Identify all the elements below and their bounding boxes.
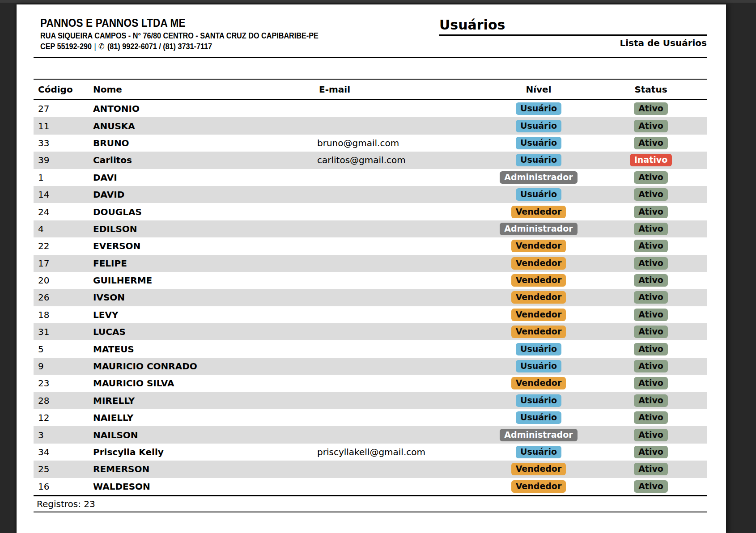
cell-nivel: Usuário xyxy=(482,411,595,424)
cell-codigo: 27 xyxy=(34,103,93,114)
viewer-top-edge xyxy=(0,0,756,3)
cell-codigo: 39 xyxy=(34,155,93,165)
header-codigo: Código xyxy=(34,84,93,95)
nivel-badge: Usuário xyxy=(516,411,561,424)
cell-nivel: Vendedor xyxy=(482,257,595,270)
status-badge: Ativo xyxy=(634,480,668,493)
cell-nivel: Vendedor xyxy=(482,377,595,389)
table-body: 27 ANTONIO Usuário Ativo 11 ANUSKA Usuár… xyxy=(34,100,707,496)
cell-nivel: Vendedor xyxy=(482,240,595,252)
title-rule xyxy=(439,34,707,36)
separator: | xyxy=(92,42,98,51)
nivel-badge: Vendedor xyxy=(511,240,566,252)
nivel-badge: Administrador xyxy=(500,171,577,184)
table-row: 9 MAURICIO CONRADO Usuário Ativo xyxy=(34,358,707,375)
table-row: 16 WALDESON Vendedor Ativo xyxy=(34,478,707,495)
table-row: 34 Priscylla Kelly priscyllakell@gmail.c… xyxy=(34,444,707,461)
cell-nivel: Usuário xyxy=(482,360,595,372)
nivel-badge: Vendedor xyxy=(511,309,566,321)
records-count: 23 xyxy=(84,499,95,509)
cell-status: Ativo xyxy=(595,343,707,355)
nivel-badge: Usuário xyxy=(516,154,561,166)
cell-email: carlitos@gmail.com xyxy=(317,155,482,165)
header-email: E-mail xyxy=(317,84,482,95)
cell-nome: EVERSON xyxy=(93,241,317,251)
cell-status: Ativo xyxy=(595,446,707,458)
users-table: Código Nome E-mail Nível Status 27 ANTON… xyxy=(34,79,707,512)
cell-nivel: Usuário xyxy=(482,343,595,355)
cell-nivel: Vendedor xyxy=(482,309,595,321)
company-name: PANNOS E PANNOS LTDA ME xyxy=(40,16,319,30)
status-badge: Ativo xyxy=(634,463,668,475)
cell-nivel: Vendedor xyxy=(482,480,595,493)
nivel-badge: Vendedor xyxy=(511,206,566,218)
cell-codigo: 11 xyxy=(34,121,93,131)
table-row: 17 FELIPE Vendedor Ativo xyxy=(34,255,707,272)
cell-codigo: 12 xyxy=(34,412,93,423)
cell-status: Ativo xyxy=(595,429,707,441)
table-row: 1 DAVI Administrador Ativo xyxy=(34,169,707,186)
table-row: 25 REMERSON Vendedor Ativo xyxy=(34,461,707,478)
status-badge: Ativo xyxy=(634,309,668,321)
cell-codigo: 3 xyxy=(34,430,93,440)
cell-nivel: Usuário xyxy=(482,102,595,115)
cell-status: Ativo xyxy=(595,309,707,321)
nivel-badge: Vendedor xyxy=(511,326,566,338)
cell-nome: LUCAS xyxy=(93,326,317,337)
status-badge: Ativo xyxy=(634,223,668,235)
cell-status: Ativo xyxy=(595,137,707,149)
cell-codigo: 33 xyxy=(34,138,93,148)
cell-nome: Carlitos xyxy=(93,155,317,165)
header-divider xyxy=(34,57,707,58)
nivel-badge: Vendedor xyxy=(511,257,566,270)
cell-codigo: 14 xyxy=(34,189,93,200)
table-row: 39 Carlitos carlitos@gmail.com Usuário I… xyxy=(34,152,707,169)
status-badge: Inativo xyxy=(630,154,672,166)
status-badge: Ativo xyxy=(634,326,668,338)
report-subtitle: Lista de Usuários xyxy=(439,37,707,49)
cell-nome: NAIELLY xyxy=(93,412,317,423)
cell-nivel: Vendedor xyxy=(482,291,595,304)
cell-nivel: Administrador xyxy=(482,171,595,184)
report-header: Usuários Lista de Usuários xyxy=(439,17,707,49)
table-row: 4 EDILSON Administrador Ativo xyxy=(34,220,707,237)
cell-codigo: 26 xyxy=(34,292,93,303)
company-cep: CEP 55192-290 xyxy=(40,42,92,51)
nivel-badge: Usuário xyxy=(516,360,561,372)
header-status: Status xyxy=(595,84,707,95)
phone-icon: ✆ xyxy=(98,42,105,51)
nivel-badge: Vendedor xyxy=(511,291,566,304)
cell-codigo: 17 xyxy=(34,258,93,269)
report-page: PANNOS E PANNOS LTDA ME RUA SIQUEIRA CAM… xyxy=(17,4,726,533)
table-row: 5 MATEUS Usuário Ativo xyxy=(34,340,707,357)
cell-nome: DAVID xyxy=(93,189,317,200)
nivel-badge: Administrador xyxy=(500,429,577,441)
cell-nivel: Usuário xyxy=(482,394,595,407)
cell-nome: ANTONIO xyxy=(93,103,317,114)
cell-nome: BRUNO xyxy=(93,138,317,148)
nivel-badge: Vendedor xyxy=(511,377,566,389)
table-row: 26 IVSON Vendedor Ativo xyxy=(34,289,707,306)
table-row: 27 ANTONIO Usuário Ativo xyxy=(34,100,707,117)
cell-nome: GUILHERME xyxy=(93,275,317,286)
cell-nome: EDILSON xyxy=(93,224,317,234)
cell-nivel: Administrador xyxy=(482,223,595,235)
cell-nivel: Usuário xyxy=(482,154,595,166)
cell-email: priscyllakell@gmail.com xyxy=(317,447,482,457)
cell-status: Ativo xyxy=(595,411,707,424)
cell-nivel: Vendedor xyxy=(482,206,595,218)
table-footer: Registros: 23 xyxy=(34,496,707,512)
header-nome: Nome xyxy=(93,84,317,95)
cell-status: Ativo xyxy=(595,102,707,115)
cell-codigo: 31 xyxy=(34,326,93,337)
page-title: Usuários xyxy=(439,17,707,33)
cell-nivel: Vendedor xyxy=(482,274,595,287)
cell-email: bruno@gmail.com xyxy=(317,138,482,148)
status-badge: Ativo xyxy=(634,377,668,389)
cell-codigo: 18 xyxy=(34,309,93,320)
table-row: 3 NAILSON Administrador Ativo xyxy=(34,426,707,443)
table-row: 24 DOUGLAS Vendedor Ativo xyxy=(34,203,707,220)
cell-status: Ativo xyxy=(595,360,707,372)
table-row: 33 BRUNO bruno@gmail.com Usuário Ativo xyxy=(34,135,707,152)
status-badge: Ativo xyxy=(634,257,668,270)
